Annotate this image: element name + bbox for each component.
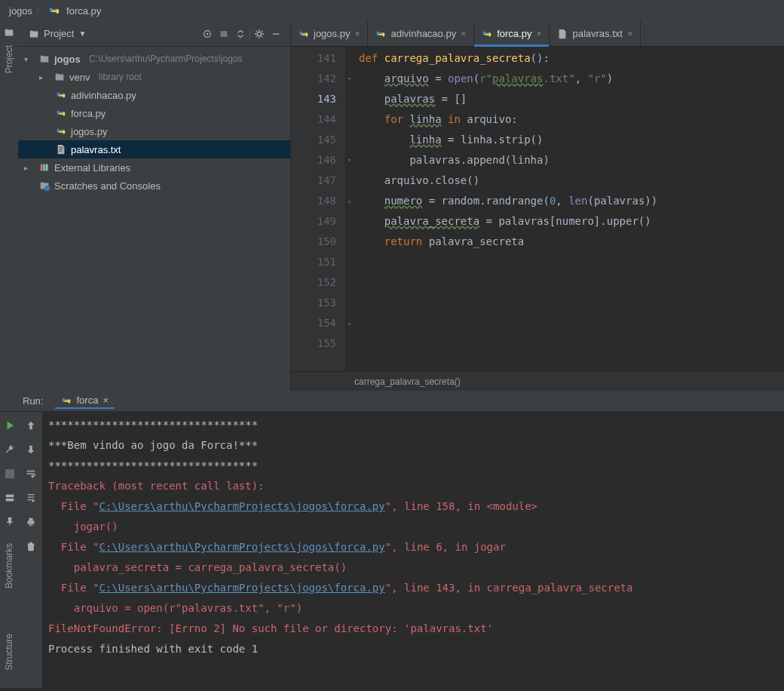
trash-icon[interactable] [23,539,38,554]
code-editor[interactable]: 141 142 143 144 145 146 147 148 149 150 … [291,47,784,371]
svg-point-1 [206,32,208,35]
editor-tab[interactable]: adivinhacao.py × [368,21,474,46]
code-content[interactable]: def carrega_palavra_secreta(): arquivo =… [354,47,784,371]
tree-venv-hint: library root [99,72,142,82]
run-toolbar-right [20,412,42,688]
run-button[interactable] [2,418,17,433]
tree-scratches-label: Scratches and Consoles [54,180,161,192]
up-arrow-icon[interactable] [23,418,38,433]
tree-file[interactable]: adivinhacao.py [18,86,290,104]
text-file-icon [54,144,68,155]
project-icon [29,29,39,39]
pin-icon[interactable] [2,514,17,530]
stop-button[interactable] [2,466,17,481]
close-icon[interactable]: × [461,29,466,39]
python-file-icon [54,126,68,137]
run-label: Run: [23,395,43,407]
python-file-icon [48,5,60,17]
tree-project-root[interactable]: ▾ jogos C:\Users\arthu\PycharmProjects\j… [18,50,290,68]
scroll-end-icon[interactable] [23,490,38,505]
fold-gutter: ▾ ▾ ▴ ▴ [344,47,354,371]
scratches-icon [38,180,51,191]
layout-icon[interactable] [2,490,17,505]
project-panel-title: Project [44,28,74,39]
hide-icon[interactable] [268,26,284,42]
python-file-icon [61,395,72,406]
python-file-icon [375,29,386,39]
tree-extlib-label: External Libraries [54,162,130,174]
tab-label: adivinhacao.py [390,28,456,39]
svg-rect-3 [41,164,43,171]
libraries-icon [38,162,51,173]
tree-external-libraries[interactable]: ▸ External Libraries [18,158,290,177]
editor-breadcrumb-label: carrega_palavra_secreta() [354,376,461,387]
folder-icon [38,54,51,64]
breadcrumb-separator: 〉 [35,4,45,17]
project-dropdown[interactable]: Project ▼ [24,26,90,41]
svg-rect-9 [6,499,14,502]
svg-rect-12 [29,524,32,527]
project-tool-icon[interactable] [4,27,14,38]
line-number-gutter: 141 142 143 144 145 146 147 148 149 150 … [291,47,344,371]
settings-icon[interactable] [251,26,268,42]
tree-venv-label: venv [69,72,90,83]
tree-file-label: jogos.py [71,126,107,137]
svg-point-6 [44,186,50,191]
breadcrumb: jogos 〉 forca.py [0,0,784,21]
left-tool-strip: Project [0,21,18,391]
tree-file[interactable]: jogos.py [18,122,290,140]
wrench-icon[interactable] [2,442,17,457]
structure-tool-label[interactable]: Structure [4,634,14,671]
tree-root-name: jogos [54,54,81,65]
close-icon[interactable]: × [103,395,109,406]
tree-file[interactable]: forca.py [18,104,290,122]
tree-root-path: C:\Users\arthu\PycharmProjects\jogos [89,54,242,64]
print-icon[interactable] [23,514,38,530]
breadcrumb-root[interactable]: jogos [9,5,32,17]
tree-file-label: palavras.txt [71,144,121,155]
svg-rect-7 [5,469,14,478]
svg-point-2 [257,32,261,35]
editor-breadcrumb[interactable]: carrega_palavra_secreta() [291,371,784,391]
editor-tab-active[interactable]: forca.py × [474,21,550,46]
locate-icon[interactable] [199,26,216,42]
down-arrow-icon[interactable] [23,442,38,457]
editor-tabs: jogos.py × adivinhacao.py × forca.py × p… [291,21,784,47]
run-tab-label: forca [76,395,98,406]
tree-file-selected[interactable]: palavras.txt [18,140,290,158]
svg-rect-11 [29,518,32,521]
soft-wrap-icon[interactable] [23,466,38,481]
project-tool-label[interactable]: Project [4,45,14,76]
tab-label: palavras.txt [572,28,622,39]
run-panel: Run: forca × ***************************… [0,391,784,688]
bookmarks-tool-label[interactable]: Bookmarks [4,543,14,588]
tree-scratches[interactable]: Scratches and Consoles [18,177,290,195]
editor-tab[interactable]: palavras.txt × [550,21,641,46]
breadcrumb-file[interactable]: forca.py [66,5,101,17]
editor-area: jogos.py × adivinhacao.py × forca.py × p… [291,21,784,391]
close-icon[interactable]: × [536,29,541,39]
run-config-tab[interactable]: forca × [55,393,115,409]
collapse-all-icon[interactable] [232,26,249,42]
tree-file-label: adivinhacao.py [71,90,136,101]
tree-file-label: forca.py [71,108,106,119]
close-icon[interactable]: × [627,29,632,39]
editor-tab[interactable]: jogos.py × [291,21,368,46]
close-icon[interactable]: × [354,29,360,39]
tab-label: jogos.py [314,28,350,39]
console-output[interactable]: ************************************Bem … [42,412,784,688]
python-file-icon [482,29,492,39]
expand-all-icon[interactable] [216,26,232,42]
chevron-down-icon: ▾ [24,55,35,63]
python-file-icon [54,108,68,118]
chevron-right-icon: ▸ [24,164,35,172]
tab-label: forca.py [497,28,531,39]
left-bottom-tool-strip: Bookmarks Structure [0,543,18,671]
chevron-right-icon: ▸ [39,73,50,81]
python-file-icon [299,29,309,39]
project-tree: ▾ jogos C:\Users\arthu\PycharmProjects\j… [18,47,290,198]
run-tabs: Run: forca × [0,391,784,412]
tree-venv[interactable]: ▸ venv library root [18,68,290,86]
project-panel: Project ▼ | ▾ jogos C:\Users\arthu\Pycha… [18,21,291,391]
folder-icon [53,72,66,82]
